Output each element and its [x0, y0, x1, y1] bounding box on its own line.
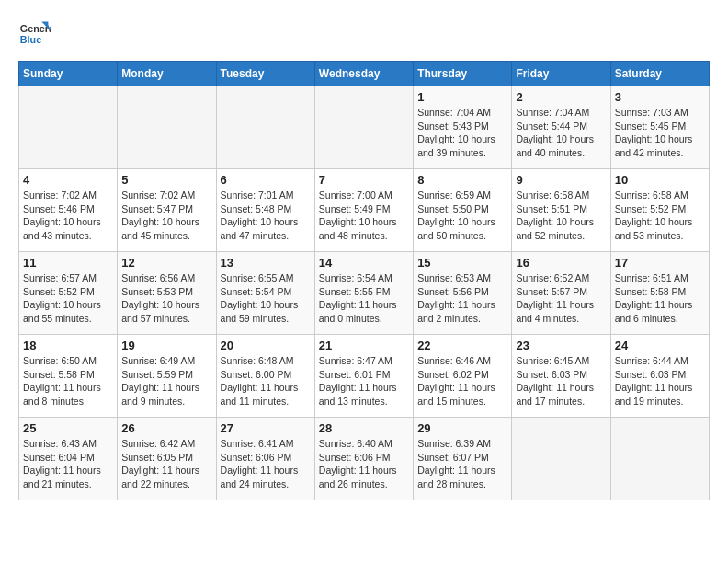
day-info: Sunrise: 6:49 AMSunset: 5:59 PMDaylight:… [121, 354, 211, 408]
day-cell: 12Sunrise: 6:56 AMSunset: 5:53 PMDayligh… [118, 252, 216, 335]
day-cell: 11Sunrise: 6:57 AMSunset: 5:52 PMDayligh… [19, 252, 118, 335]
day-info: Sunrise: 6:43 AMSunset: 6:04 PMDaylight:… [23, 437, 113, 491]
day-cell: 26Sunrise: 6:42 AMSunset: 6:05 PMDayligh… [118, 418, 216, 500]
day-cell [314, 86, 413, 169]
day-number: 12 [121, 256, 211, 270]
calendar-table: SundayMondayTuesdayWednesdayThursdayFrid… [18, 61, 710, 500]
day-number: 1 [417, 90, 507, 104]
day-info: Sunrise: 6:50 AMSunset: 5:58 PMDaylight:… [23, 354, 113, 408]
day-number: 19 [121, 339, 211, 352]
day-info: Sunrise: 6:59 AMSunset: 5:50 PMDaylight:… [417, 189, 507, 243]
day-cell: 14Sunrise: 6:54 AMSunset: 5:55 PMDayligh… [314, 252, 413, 335]
day-info: Sunrise: 6:57 AMSunset: 5:52 PMDaylight:… [23, 271, 113, 326]
header-cell-friday: Friday [512, 62, 610, 86]
page-header: General Blue [18, 18, 710, 52]
day-number: 29 [417, 421, 507, 435]
header-cell-wednesday: Wednesday [314, 62, 413, 86]
day-cell [610, 418, 709, 500]
day-cell: 25Sunrise: 6:43 AMSunset: 6:04 PMDayligh… [19, 418, 118, 500]
day-number: 21 [319, 339, 409, 352]
day-cell: 1Sunrise: 7:04 AMSunset: 5:43 PMDaylight… [414, 86, 512, 169]
svg-text:Blue: Blue [20, 34, 41, 45]
calendar-body: 1Sunrise: 7:04 AMSunset: 5:43 PMDaylight… [19, 86, 710, 500]
logo-icon: General Blue [18, 18, 51, 52]
day-number: 17 [615, 256, 705, 270]
day-number: 10 [615, 173, 705, 187]
day-info: Sunrise: 7:04 AMSunset: 5:44 PMDaylight:… [516, 106, 606, 160]
day-cell: 23Sunrise: 6:45 AMSunset: 6:03 PMDayligh… [512, 335, 610, 418]
day-cell: 20Sunrise: 6:48 AMSunset: 6:00 PMDayligh… [216, 335, 314, 418]
day-cell: 8Sunrise: 6:59 AMSunset: 5:50 PMDaylight… [414, 169, 512, 252]
day-number: 7 [319, 173, 409, 187]
header-cell-sunday: Sunday [19, 62, 118, 86]
day-cell: 7Sunrise: 7:00 AMSunset: 5:49 PMDaylight… [314, 169, 413, 252]
day-number: 20 [221, 339, 311, 352]
week-row-4: 18Sunrise: 6:50 AMSunset: 5:58 PMDayligh… [19, 335, 710, 418]
day-info: Sunrise: 6:55 AMSunset: 5:54 PMDaylight:… [221, 271, 311, 326]
day-info: Sunrise: 6:47 AMSunset: 6:01 PMDaylight:… [319, 354, 409, 408]
calendar-header: SundayMondayTuesdayWednesdayThursdayFrid… [19, 62, 710, 86]
day-cell [19, 86, 118, 169]
day-info: Sunrise: 6:56 AMSunset: 5:53 PMDaylight:… [121, 271, 211, 326]
day-number: 22 [417, 339, 507, 352]
day-number: 11 [23, 256, 113, 270]
day-info: Sunrise: 7:01 AMSunset: 5:48 PMDaylight:… [221, 189, 311, 243]
day-cell: 3Sunrise: 7:03 AMSunset: 5:45 PMDaylight… [610, 86, 709, 169]
day-cell: 29Sunrise: 6:39 AMSunset: 6:07 PMDayligh… [414, 418, 512, 500]
day-info: Sunrise: 6:39 AMSunset: 6:07 PMDaylight:… [417, 437, 507, 491]
day-info: Sunrise: 6:54 AMSunset: 5:55 PMDaylight:… [319, 271, 409, 326]
day-info: Sunrise: 6:40 AMSunset: 6:06 PMDaylight:… [319, 437, 409, 491]
day-info: Sunrise: 6:44 AMSunset: 6:03 PMDaylight:… [615, 354, 705, 408]
day-cell: 28Sunrise: 6:40 AMSunset: 6:06 PMDayligh… [314, 418, 413, 500]
header-cell-saturday: Saturday [610, 62, 709, 86]
day-info: Sunrise: 7:02 AMSunset: 5:47 PMDaylight:… [121, 189, 211, 243]
day-cell: 10Sunrise: 6:58 AMSunset: 5:52 PMDayligh… [610, 169, 709, 252]
day-cell: 9Sunrise: 6:58 AMSunset: 5:51 PMDaylight… [512, 169, 610, 252]
day-cell: 22Sunrise: 6:46 AMSunset: 6:02 PMDayligh… [414, 335, 512, 418]
week-row-3: 11Sunrise: 6:57 AMSunset: 5:52 PMDayligh… [19, 252, 710, 335]
day-number: 3 [615, 90, 705, 104]
day-cell: 2Sunrise: 7:04 AMSunset: 5:44 PMDaylight… [512, 86, 610, 169]
day-info: Sunrise: 7:02 AMSunset: 5:46 PMDaylight:… [23, 189, 113, 243]
day-info: Sunrise: 6:45 AMSunset: 6:03 PMDaylight:… [516, 354, 606, 408]
day-number: 24 [615, 339, 705, 352]
day-cell: 6Sunrise: 7:01 AMSunset: 5:48 PMDaylight… [216, 169, 314, 252]
day-cell: 24Sunrise: 6:44 AMSunset: 6:03 PMDayligh… [610, 335, 709, 418]
week-row-1: 1Sunrise: 7:04 AMSunset: 5:43 PMDaylight… [19, 86, 710, 169]
day-cell: 21Sunrise: 6:47 AMSunset: 6:01 PMDayligh… [314, 335, 413, 418]
day-info: Sunrise: 6:46 AMSunset: 6:02 PMDaylight:… [417, 354, 507, 408]
day-info: Sunrise: 7:04 AMSunset: 5:43 PMDaylight:… [417, 106, 507, 160]
week-row-5: 25Sunrise: 6:43 AMSunset: 6:04 PMDayligh… [19, 418, 710, 500]
day-cell: 18Sunrise: 6:50 AMSunset: 5:58 PMDayligh… [19, 335, 118, 418]
day-number: 8 [417, 173, 507, 187]
day-info: Sunrise: 6:53 AMSunset: 5:56 PMDaylight:… [417, 271, 507, 326]
day-cell [216, 86, 314, 169]
day-number: 14 [319, 256, 409, 270]
day-number: 9 [516, 173, 606, 187]
day-cell: 5Sunrise: 7:02 AMSunset: 5:47 PMDaylight… [118, 169, 216, 252]
day-number: 27 [221, 421, 311, 435]
day-cell: 27Sunrise: 6:41 AMSunset: 6:06 PMDayligh… [216, 418, 314, 500]
header-cell-monday: Monday [118, 62, 216, 86]
header-row: SundayMondayTuesdayWednesdayThursdayFrid… [19, 62, 710, 86]
day-cell [512, 418, 610, 500]
day-info: Sunrise: 6:42 AMSunset: 6:05 PMDaylight:… [121, 437, 211, 491]
day-number: 5 [121, 173, 211, 187]
day-info: Sunrise: 6:41 AMSunset: 6:06 PMDaylight:… [221, 437, 311, 491]
day-info: Sunrise: 6:58 AMSunset: 5:52 PMDaylight:… [615, 189, 705, 243]
day-cell: 13Sunrise: 6:55 AMSunset: 5:54 PMDayligh… [216, 252, 314, 335]
day-number: 6 [221, 173, 311, 187]
day-info: Sunrise: 7:03 AMSunset: 5:45 PMDaylight:… [615, 106, 705, 160]
day-info: Sunrise: 6:48 AMSunset: 6:00 PMDaylight:… [221, 354, 311, 408]
day-cell: 15Sunrise: 6:53 AMSunset: 5:56 PMDayligh… [414, 252, 512, 335]
week-row-2: 4Sunrise: 7:02 AMSunset: 5:46 PMDaylight… [19, 169, 710, 252]
day-info: Sunrise: 6:51 AMSunset: 5:58 PMDaylight:… [615, 271, 705, 326]
day-info: Sunrise: 6:52 AMSunset: 5:57 PMDaylight:… [516, 271, 606, 326]
day-cell: 19Sunrise: 6:49 AMSunset: 5:59 PMDayligh… [118, 335, 216, 418]
day-number: 18 [23, 339, 113, 352]
day-cell [118, 86, 216, 169]
day-number: 4 [23, 173, 113, 187]
day-cell: 4Sunrise: 7:02 AMSunset: 5:46 PMDaylight… [19, 169, 118, 252]
day-number: 16 [516, 256, 606, 270]
header-cell-thursday: Thursday [414, 62, 512, 86]
